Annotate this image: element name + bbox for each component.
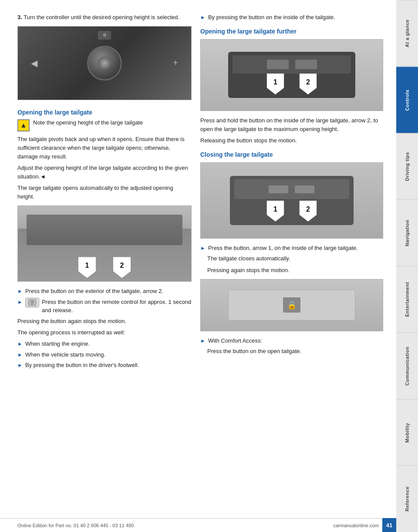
- comfort-bullet-text: With Comfort Access:: [208, 337, 383, 345]
- warning-text: Note the opening height of the large tai…: [33, 118, 143, 127]
- left-column: 3. Turn the controller until the desired…: [17, 13, 192, 515]
- bullet-arrow-icon: ►: [17, 287, 23, 295]
- controller-bg: ⚙ ◀ +: [18, 27, 191, 100]
- body-para-1: The tailgate pivots back and up when it …: [17, 135, 192, 161]
- sidebar-item-communication[interactable]: Communication: [396, 333, 418, 399]
- opening-further-image: 1 2: [200, 39, 383, 111]
- closing-image: 1 2: [200, 162, 383, 239]
- top-bullet: ► By pressing the button on the inside o…: [200, 13, 383, 22]
- close-bullet-arrow-icon: ►: [200, 244, 206, 252]
- sidebar-item-controls[interactable]: Controls: [396, 67, 418, 133]
- sidebar-item-driving-tips[interactable]: Driving tips: [396, 133, 418, 200]
- closing-badge-1: 1: [266, 201, 284, 222]
- comfort-image: 🔒: [200, 279, 383, 331]
- page-number: 41: [382, 518, 396, 532]
- top-bullet-arrow-icon: ►: [200, 13, 206, 21]
- svg-rect-1: [31, 301, 34, 303]
- close-bullet-text: Press the button, arrow 1, on the inside…: [208, 244, 383, 253]
- remote-icon: [25, 298, 39, 307]
- sidebar-item-navigation[interactable]: Navigation: [396, 199, 418, 266]
- right-arrow-icon: +: [173, 58, 178, 68]
- of-panel: 1 2: [228, 52, 356, 98]
- sidebar-item-reference[interactable]: Reference: [396, 465, 418, 532]
- closes-auto-text: The tailgate closes automatically.: [207, 254, 383, 263]
- knob-inner: [98, 57, 111, 70]
- closing-scene: 1 2: [201, 163, 383, 238]
- opening-large-tailgate-heading: Opening the large tailgate: [17, 109, 192, 116]
- pressing-again-text: Pressing the button again stops the moti…: [17, 317, 192, 326]
- arrow-badges: 1 2: [78, 257, 131, 278]
- of-badge-1: 1: [267, 74, 284, 94]
- bullet-remote-text: Press the button on the remote control f…: [42, 298, 192, 315]
- bullet-footwell-text: By pressing the button in the driver's f…: [25, 361, 192, 370]
- bullet-engine-text: When starting the engine.: [25, 340, 192, 348]
- opening-further-body: Press and hold the button on the inside …: [200, 116, 383, 134]
- controller-icon: ⚙: [98, 31, 111, 40]
- closing-heading: Closing the large tailgate: [200, 151, 383, 158]
- warning-box: ▲ Note the opening height of the large t…: [17, 118, 192, 131]
- comfort-body-text: Press the button on the open tailgate.: [207, 347, 383, 356]
- badge-1: 1: [78, 257, 96, 278]
- badge-2: 2: [113, 257, 131, 278]
- tailgate-image: 1 2: [17, 205, 192, 282]
- warning-icon: ▲: [17, 119, 30, 131]
- step-3: 3. Turn the controller until the desired…: [17, 13, 192, 22]
- step-3-number: 3.: [17, 14, 22, 20]
- footer-bar: Online Edition for Part no. 01 40 2 606 …: [0, 518, 396, 532]
- comfort-arrow-icon: ►: [200, 337, 206, 345]
- bullet-remote: ► Press the button on the remote control…: [17, 298, 192, 315]
- controller-image: ⚙ ◀ +: [17, 26, 192, 100]
- opening-further-heading: Opening the large tailgate further: [200, 28, 383, 35]
- bullet-exterior: ► Press the button on the exterior of th…: [17, 287, 192, 296]
- bullet-arrow-icon-3: ►: [17, 340, 23, 348]
- bullet-exterior-text: Press the button on the exterior of the …: [25, 287, 192, 296]
- bullet-arrow-icon-5: ►: [17, 361, 23, 369]
- closing-badge-2: 2: [299, 201, 317, 222]
- sidebar-item-entertainment[interactable]: Entertainment: [396, 266, 418, 333]
- right-column: ► By pressing the button on the inside o…: [200, 13, 383, 515]
- bullet-engine: ► When starting the engine.: [17, 340, 192, 348]
- interrupted-text: The opening process is interrupted as we…: [17, 328, 192, 337]
- body-para-2: Adjust the opening height of the large t…: [17, 164, 192, 181]
- close-bullet-1: ► Press the button, arrow 1, on the insi…: [200, 244, 383, 253]
- footer-text: Online Edition for Part no. 01 40 2 606 …: [17, 523, 134, 528]
- tailgate-scene: 1 2: [18, 206, 191, 281]
- main-content: 3. Turn the controller until the desired…: [0, 0, 396, 532]
- bullet-arrow-icon-4: ►: [17, 351, 23, 359]
- pressing-stops-text: Pressing again stops the motion.: [207, 266, 383, 275]
- sidebar: At a glance Controls Driving tips Naviga…: [396, 0, 418, 532]
- step-3-text: Turn the controller until the desired op…: [24, 14, 179, 20]
- footer-watermark: carmanualonline.com: [333, 523, 379, 528]
- sidebar-item-mobility[interactable]: Mobility: [396, 399, 418, 466]
- comfort-bullet: ► With Comfort Access:: [200, 337, 383, 345]
- opening-further-body2: Releasing the button stops the motion.: [200, 136, 383, 145]
- controller-knob: [87, 46, 122, 81]
- page-container: 3. Turn the controller until the desired…: [0, 0, 418, 532]
- opening-further-scene: 1 2: [201, 40, 383, 111]
- bullet-arrow-icon-2: ►: [17, 298, 23, 306]
- bullet-moving: ► When the vehicle starts moving.: [17, 350, 192, 359]
- bullet-footwell: ► By pressing the button in the driver's…: [17, 361, 192, 370]
- sidebar-item-at-a-glance[interactable]: At a glance: [396, 0, 418, 67]
- svg-point-2: [31, 303, 33, 305]
- left-arrow-icon: ◀: [31, 58, 37, 68]
- of-badge-2: 2: [300, 74, 317, 94]
- top-bullet-text: By pressing the button on the inside of …: [208, 13, 383, 22]
- body-para-3: The large tailgate opens automatically t…: [17, 184, 192, 201]
- bullet-moving-text: When the vehicle starts moving.: [25, 350, 192, 359]
